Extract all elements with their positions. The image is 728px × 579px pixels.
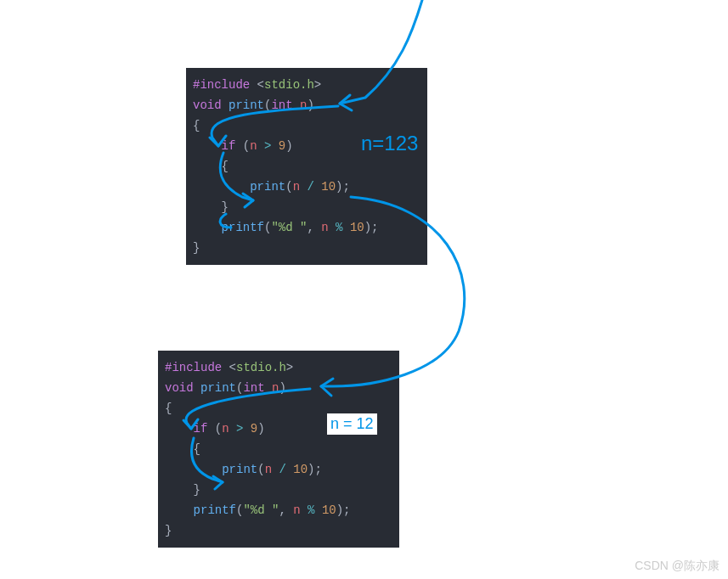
printf-num: 10: [322, 503, 336, 517]
div-op: /: [272, 463, 293, 476]
call-name: print: [250, 180, 285, 194]
call-var: n: [293, 180, 300, 194]
printf-num: 10: [350, 221, 364, 234]
if-keyword: if: [222, 139, 236, 153]
void-keyword: void: [193, 98, 222, 112]
if-keyword: if: [194, 422, 208, 436]
cond-open: (: [235, 139, 250, 153]
watermark: CSDN @陈亦康: [635, 559, 720, 574]
call-name: print: [222, 463, 257, 476]
cond-var: n: [222, 422, 229, 436]
func-name: print: [200, 381, 236, 395]
param-n: n: [265, 381, 279, 395]
include-close: >: [314, 78, 321, 92]
call-var: n: [265, 463, 272, 476]
num-9: 9: [251, 422, 257, 436]
printf-var: n: [321, 221, 328, 234]
call-close: );: [336, 180, 350, 194]
include-keyword: #include: [165, 361, 222, 374]
int-type: int: [243, 381, 264, 395]
printf-str: "%d ": [243, 503, 279, 517]
code-line: #include <stdio.h>: [186, 75, 427, 95]
code-line: }: [158, 480, 399, 500]
gt-op: >: [257, 139, 279, 153]
code-line: }: [158, 520, 399, 541]
int-type: int: [271, 98, 292, 112]
code-line: void print(int n): [158, 378, 399, 398]
include-path: stdio.h: [236, 361, 286, 374]
code-line: #include <stdio.h>: [158, 357, 399, 378]
code-line: {: [186, 156, 427, 177]
cond-var: n: [250, 139, 257, 153]
include-keyword: #include: [193, 78, 250, 92]
div-op: /: [300, 180, 321, 194]
comma: ,: [307, 221, 321, 234]
mod-op: %: [301, 503, 322, 517]
func-name: print: [229, 98, 264, 112]
annotation-n-123: n=123: [361, 132, 418, 155]
close-paren: ): [307, 98, 313, 112]
num-10: 10: [293, 463, 308, 476]
printf-str: "%d ": [271, 221, 307, 234]
code-line: printf("%d ", n % 10);: [186, 217, 427, 238]
inner-close-brace: }: [193, 200, 229, 214]
printf-var: n: [293, 503, 300, 517]
code-line: printf("%d ", n % 10);: [158, 500, 399, 520]
include-close: >: [286, 361, 293, 374]
printf-close: );: [364, 221, 379, 234]
call-open: (: [285, 180, 292, 194]
include-open: <: [222, 361, 236, 374]
code-block-1: #include <stdio.h> void print(int n) { i…: [186, 68, 427, 265]
printf-name: printf: [222, 221, 264, 234]
mod-op: %: [329, 221, 350, 234]
param-n: n: [293, 98, 308, 112]
code-block-2: #include <stdio.h> void print(int n) { i…: [158, 351, 399, 548]
printf-name: printf: [194, 503, 236, 517]
code-line: print(n / 10);: [186, 177, 427, 197]
num-10: 10: [321, 180, 336, 194]
inner-open-brace: {: [193, 160, 229, 173]
code-line: {: [158, 439, 399, 459]
code-line: }: [186, 197, 427, 217]
gt-op: >: [229, 422, 251, 436]
void-keyword: void: [165, 381, 194, 395]
include-path: stdio.h: [264, 78, 314, 92]
code-line: print(n / 10);: [158, 459, 399, 480]
code-line: }: [186, 238, 427, 258]
annotation-n-12: n = 12: [327, 413, 377, 435]
close-brace: }: [193, 241, 200, 255]
cond-close: ): [285, 139, 292, 153]
num-9: 9: [279, 139, 285, 153]
include-open: <: [250, 78, 264, 92]
code-line: void print(int n): [186, 95, 427, 115]
open-brace: {: [193, 119, 200, 132]
